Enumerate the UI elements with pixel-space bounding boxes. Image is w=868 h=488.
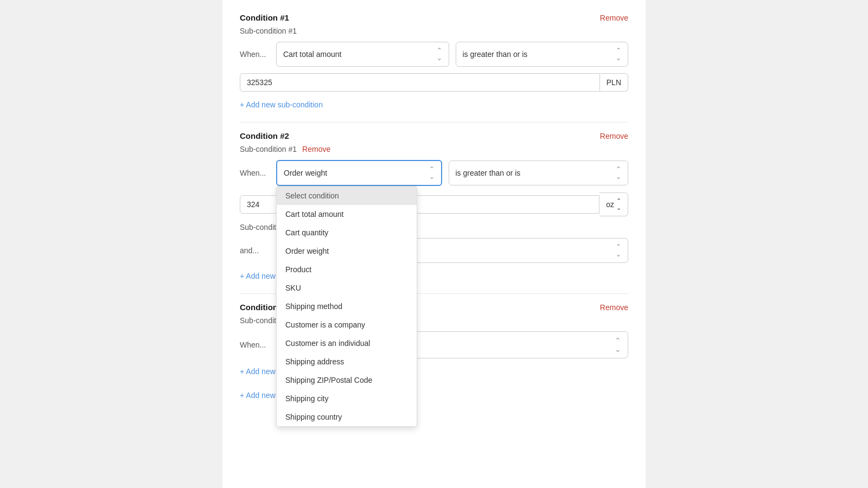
condition-2-field-row: When... Order weight ⌃ ⌄ Select conditio… (240, 160, 628, 186)
condition-3-field-chevron-icon: ⌃ ⌄ (615, 336, 621, 354)
condition-2-field-select[interactable]: Order weight ⌃ ⌄ (276, 160, 442, 186)
condition-2-when-label: When... (240, 169, 270, 177)
condition-2-remove-button[interactable]: Remove (600, 132, 628, 140)
condition-1-add-sub-condition-button[interactable]: + Add new sub-condition (240, 98, 323, 111)
condition-1-sub-label: Sub-condition #1 (240, 27, 628, 35)
condition-1-when-label: When... (240, 50, 270, 59)
dropdown-item-customer-company[interactable]: Customer is a company (277, 316, 417, 334)
dropdown-item-sku[interactable]: SKU (277, 279, 417, 297)
condition-1-title: Condition #1 (240, 13, 289, 22)
condition-1-header: Condition #1 Remove (240, 13, 628, 22)
condition-2-field-dropdown-container: Order weight ⌃ ⌄ Select condition Cart t… (276, 160, 442, 186)
condition-2-header: Condition #2 Remove (240, 131, 628, 140)
condition-1-remove-button[interactable]: Remove (600, 14, 628, 22)
condition-1-value-row: PLN (240, 73, 628, 92)
condition-2-field-chevron-icon: ⌃ ⌄ (429, 165, 435, 181)
condition-2-block: Condition #2 Remove Sub-condition #1 Rem… (240, 131, 628, 282)
dropdown-item-cart-total[interactable]: Cart total amount (277, 205, 417, 223)
dropdown-item-order-weight[interactable]: Order weight (277, 242, 417, 260)
condition-2-operator-chevron-icon: ⌃ ⌄ (616, 165, 621, 181)
condition-1-currency-box: PLN (600, 73, 628, 92)
condition-2-operator-select[interactable]: is greater than or is ⌃ ⌄ (449, 160, 629, 185)
dropdown-item-shipping-country[interactable]: Shipping country (277, 408, 417, 426)
main-panel: Condition #1 Remove Sub-condition #1 Whe… (222, 0, 646, 488)
dropdown-item-shipping-city[interactable]: Shipping city (277, 389, 417, 408)
condition-1-field-row: When... Cart total amount ⌃ ⌄ is greater… (240, 42, 628, 67)
dropdown-item-cart-quantity[interactable]: Cart quantity (277, 223, 417, 242)
condition-1-operator-chevron-icon: ⌃ ⌄ (616, 47, 621, 62)
dropdown-item-shipping-method[interactable]: Shipping method (277, 297, 417, 316)
condition-2-unit-box[interactable]: oz ⌃⌄ (599, 192, 628, 216)
condition-1-block: Condition #1 Remove Sub-condition #1 Whe… (240, 13, 628, 111)
condition-2-title: Condition #2 (240, 131, 289, 140)
dropdown-item-shipping-zip[interactable]: Shipping ZIP/Postal Code (277, 371, 417, 389)
dropdown-item-select-condition[interactable]: Select condition (277, 187, 417, 205)
divider-1 (240, 122, 628, 123)
condition-2-sub-label: Sub-condition #1 Remove (240, 145, 628, 153)
dropdown-item-product[interactable]: Product (277, 260, 417, 279)
condition-1-field-chevron-icon: ⌃ ⌄ (437, 47, 442, 62)
condition-2-and-chevron-icon: ⌃ ⌄ (616, 243, 621, 258)
dropdown-item-shipping-address[interactable]: Shipping address (277, 352, 417, 371)
condition-2-and-label: and... (240, 246, 270, 255)
condition-3-when-label: When... (240, 341, 270, 349)
condition-3-remove-button[interactable]: Remove (600, 303, 628, 312)
unit-chevron-icon: ⌃⌄ (616, 197, 621, 211)
condition-1-field-select[interactable]: Cart total amount ⌃ ⌄ (276, 42, 449, 67)
condition-1-value-input[interactable] (240, 73, 600, 92)
condition-2-field-dropdown: Select condition Cart total amount Cart … (276, 186, 417, 427)
condition-2-sub-remove-button[interactable]: Remove (302, 145, 330, 153)
dropdown-item-customer-individual[interactable]: Customer is an individual (277, 334, 417, 352)
condition-1-operator-select[interactable]: is greater than or is ⌃ ⌄ (456, 42, 629, 67)
